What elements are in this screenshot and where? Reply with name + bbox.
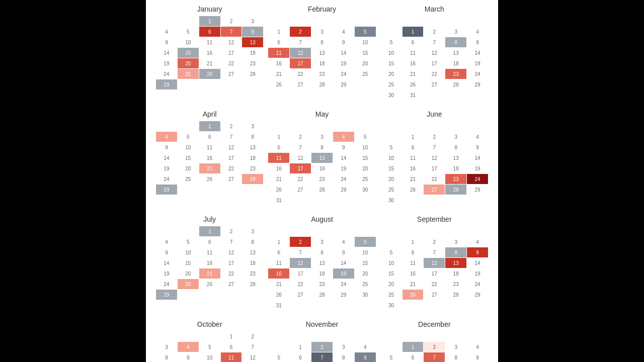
month-title: May (268, 110, 375, 118)
day-cell: 23 (311, 279, 333, 289)
empty-cell (311, 16, 333, 26)
month-block-march: March12345678910111213141516171819202122… (381, 5, 488, 100)
day-cell: 27 (290, 290, 311, 300)
day-cell: 4 (467, 342, 488, 352)
day-cell: 10 (355, 37, 376, 47)
day-cell: 16 (199, 153, 220, 163)
day-cell: 25 (355, 69, 376, 79)
day-cell: 7 (424, 247, 445, 257)
day-cell: 19 (467, 163, 488, 173)
day-cell: 8 (156, 352, 177, 362)
day-cell: 10 (381, 153, 402, 163)
day-cell: 7 (290, 247, 311, 257)
day-cell: 18 (311, 58, 333, 68)
day-cell: 30 (355, 290, 376, 300)
month-grid: 1234567891011121314151617181920212223242… (268, 226, 375, 310)
day-cell: 15 (178, 258, 199, 268)
day-cell: 25 (381, 79, 402, 89)
empty-cell (424, 331, 445, 341)
day-cell: 13 (311, 153, 333, 163)
day-cell: 16 (199, 48, 220, 58)
day-cell: 7 (424, 142, 445, 152)
empty-cell (333, 16, 354, 26)
empty-cell (445, 226, 466, 236)
day-cell: 1 (221, 331, 242, 341)
day-cell: 20 (355, 58, 376, 68)
day-cell: 2 (290, 237, 311, 247)
day-cell: 13 (311, 258, 333, 268)
day-cell: 26 (403, 185, 424, 195)
day-cell: 2 (221, 226, 242, 236)
day-cell: 19 (333, 163, 354, 173)
day-cell: 26 (199, 279, 220, 289)
empty-cell (268, 16, 289, 26)
day-cell: 12 (290, 153, 311, 163)
day-cell: 18 (311, 163, 333, 173)
day-cell: 18 (242, 48, 263, 58)
day-cell: 1 (403, 132, 424, 142)
day-cell: 7 (424, 37, 445, 47)
day-cell: 28 (311, 185, 333, 195)
day-cell: 4 (467, 237, 488, 247)
empty-cell (381, 237, 402, 247)
empty-cell (290, 331, 311, 341)
day-cell: 4 (333, 237, 354, 247)
month-block-september: September1234567891011121314151617181920… (381, 215, 488, 310)
day-cell: 28 (242, 174, 263, 184)
day-cell: 7 (290, 37, 311, 47)
day-cell: 12 (424, 153, 445, 163)
day-cell: 23 (242, 58, 263, 68)
month-grid: 1234567891011121314151617181920212223242… (381, 121, 488, 205)
day-cell: 14 (467, 258, 488, 268)
day-cell: 9 (333, 142, 354, 152)
empty-cell (355, 226, 376, 236)
day-cell: 12 (221, 37, 242, 47)
empty-cell (381, 331, 402, 341)
day-cell: 12 (221, 142, 242, 152)
day-cell: 12 (424, 48, 445, 58)
day-cell: 17 (221, 48, 242, 58)
month-title: November (268, 320, 375, 328)
day-cell: 22 (290, 279, 311, 289)
day-cell: 8 (242, 132, 263, 142)
empty-cell (467, 331, 488, 341)
day-cell: 6 (221, 342, 242, 352)
month-block-october: October1234567891011121314 (156, 320, 263, 362)
empty-cell (445, 331, 466, 341)
day-cell: 24 (467, 69, 488, 79)
day-cell: 16 (199, 258, 220, 268)
day-cell: 9 (333, 37, 354, 47)
day-cell: 29 (467, 290, 488, 300)
day-cell: 22 (424, 279, 445, 289)
day-cell: 26 (403, 290, 424, 300)
empty-cell (381, 226, 402, 236)
day-cell: 3 (333, 342, 354, 352)
day-cell: 5 (355, 132, 376, 142)
month-block-august: August1234567891011121314151617181920212… (268, 215, 375, 310)
day-cell: 2 (290, 132, 311, 142)
day-cell: 12 (290, 258, 311, 268)
day-cell: 3 (445, 342, 466, 352)
day-cell: 16 (268, 268, 289, 279)
day-cell: 13 (242, 37, 263, 47)
month-block-january: January123456789101112131415161718192021… (156, 5, 263, 100)
day-cell: 18 (445, 268, 466, 279)
day-cell: 7 (221, 237, 242, 247)
day-cell: 12 (290, 48, 311, 58)
day-cell: 7 (242, 342, 263, 352)
day-cell: 25 (355, 174, 376, 184)
day-cell: 8 (445, 37, 466, 47)
day-cell: 8 (311, 247, 333, 257)
day-cell: 16 (268, 163, 289, 173)
day-cell: 2 (221, 121, 242, 131)
day-cell: 11 (403, 153, 424, 163)
empty-cell (156, 16, 177, 26)
empty-cell (311, 226, 333, 236)
day-cell: 19 (156, 58, 177, 68)
empty-cell (381, 16, 402, 26)
day-cell: 9 (156, 142, 177, 152)
day-cell: 17 (290, 58, 311, 68)
day-cell: 21 (268, 174, 289, 184)
year-grid: January123456789101112131415161718192021… (156, 5, 488, 362)
day-cell: 23 (242, 163, 263, 173)
